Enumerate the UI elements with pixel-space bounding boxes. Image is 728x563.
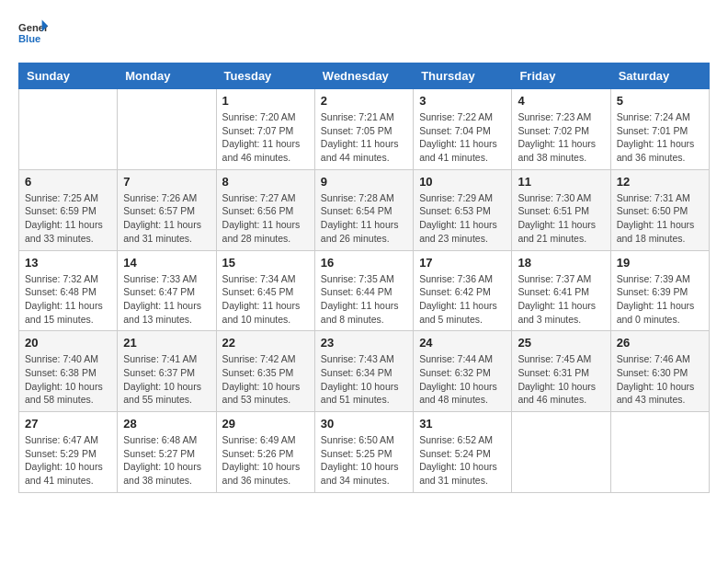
calendar-cell: 20Sunrise: 7:40 AM Sunset: 6:38 PM Dayli… [19,331,118,412]
calendar-cell [118,89,216,170]
day-number: 4 [518,94,604,108]
day-info: Sunrise: 7:30 AM Sunset: 6:51 PM Dayligh… [518,191,604,246]
calendar-cell: 4Sunrise: 7:23 AM Sunset: 7:02 PM Daylig… [512,89,610,170]
weekday-header: Saturday [610,63,709,89]
day-number: 25 [518,336,604,350]
calendar-cell: 23Sunrise: 7:43 AM Sunset: 6:34 PM Dayli… [314,331,413,412]
day-info: Sunrise: 7:41 AM Sunset: 6:37 PM Dayligh… [123,352,210,407]
day-number: 10 [419,175,506,189]
day-info: Sunrise: 7:34 AM Sunset: 6:45 PM Dayligh… [222,272,309,327]
day-number: 9 [321,175,407,189]
day-number: 8 [222,175,309,189]
logo: General Blue [18,18,48,48]
calendar-cell: 15Sunrise: 7:34 AM Sunset: 6:45 PM Dayli… [216,250,314,331]
day-info: Sunrise: 7:45 AM Sunset: 6:31 PM Dayligh… [518,352,604,407]
calendar-cell: 28Sunrise: 6:48 AM Sunset: 5:27 PM Dayli… [118,412,216,493]
day-number: 21 [123,336,210,350]
day-info: Sunrise: 6:52 AM Sunset: 5:24 PM Dayligh… [419,433,506,488]
calendar-cell: 11Sunrise: 7:30 AM Sunset: 6:51 PM Dayli… [512,169,610,250]
day-info: Sunrise: 7:25 AM Sunset: 6:59 PM Dayligh… [25,191,111,246]
logo-icon: General Blue [18,18,48,48]
day-info: Sunrise: 7:46 AM Sunset: 6:30 PM Dayligh… [617,352,703,407]
day-info: Sunrise: 7:23 AM Sunset: 7:02 PM Dayligh… [518,110,604,165]
calendar-cell: 13Sunrise: 7:32 AM Sunset: 6:48 PM Dayli… [19,250,118,331]
day-info: Sunrise: 7:42 AM Sunset: 6:35 PM Dayligh… [222,352,309,407]
calendar-cell: 3Sunrise: 7:22 AM Sunset: 7:04 PM Daylig… [414,89,512,170]
weekday-header: Wednesday [314,63,413,89]
day-info: Sunrise: 7:27 AM Sunset: 6:56 PM Dayligh… [222,191,309,246]
day-info: Sunrise: 7:31 AM Sunset: 6:50 PM Dayligh… [617,191,703,246]
calendar-cell: 12Sunrise: 7:31 AM Sunset: 6:50 PM Dayli… [610,169,709,250]
day-number: 3 [419,94,506,108]
calendar-cell: 8Sunrise: 7:27 AM Sunset: 6:56 PM Daylig… [216,169,314,250]
day-info: Sunrise: 7:35 AM Sunset: 6:44 PM Dayligh… [321,272,407,327]
day-number: 2 [321,94,407,108]
weekday-header: Monday [118,63,216,89]
calendar-cell: 6Sunrise: 7:25 AM Sunset: 6:59 PM Daylig… [19,169,118,250]
day-number: 19 [617,256,703,270]
calendar-table: SundayMondayTuesdayWednesdayThursdayFrid… [18,63,710,493]
day-number: 15 [222,256,309,270]
calendar-cell: 17Sunrise: 7:36 AM Sunset: 6:42 PM Dayli… [414,250,512,331]
day-number: 18 [518,256,604,270]
day-number: 17 [419,256,506,270]
calendar-cell: 9Sunrise: 7:28 AM Sunset: 6:54 PM Daylig… [314,169,413,250]
calendar-cell: 19Sunrise: 7:39 AM Sunset: 6:39 PM Dayli… [610,250,709,331]
day-number: 23 [321,336,407,350]
calendar-cell [610,412,709,493]
calendar-cell: 25Sunrise: 7:45 AM Sunset: 6:31 PM Dayli… [512,331,610,412]
day-number: 24 [419,336,506,350]
day-number: 28 [123,417,210,431]
calendar-cell: 5Sunrise: 7:24 AM Sunset: 7:01 PM Daylig… [610,89,709,170]
day-info: Sunrise: 7:43 AM Sunset: 6:34 PM Dayligh… [321,352,407,407]
day-number: 30 [321,417,407,431]
day-info: Sunrise: 7:20 AM Sunset: 7:07 PM Dayligh… [222,110,309,165]
day-number: 22 [222,336,309,350]
day-number: 11 [518,175,604,189]
day-info: Sunrise: 7:24 AM Sunset: 7:01 PM Dayligh… [617,110,703,165]
calendar-cell: 24Sunrise: 7:44 AM Sunset: 6:32 PM Dayli… [414,331,512,412]
calendar-cell: 27Sunrise: 6:47 AM Sunset: 5:29 PM Dayli… [19,412,118,493]
day-info: Sunrise: 7:29 AM Sunset: 6:53 PM Dayligh… [419,191,506,246]
day-info: Sunrise: 7:26 AM Sunset: 6:57 PM Dayligh… [123,191,210,246]
day-info: Sunrise: 6:50 AM Sunset: 5:25 PM Dayligh… [321,433,407,488]
day-info: Sunrise: 7:22 AM Sunset: 7:04 PM Dayligh… [419,110,506,165]
day-number: 29 [222,417,309,431]
weekday-header: Thursday [414,63,512,89]
svg-text:Blue: Blue [18,33,40,44]
calendar-cell: 14Sunrise: 7:33 AM Sunset: 6:47 PM Dayli… [118,250,216,331]
day-number: 14 [123,256,210,270]
calendar-cell: 30Sunrise: 6:50 AM Sunset: 5:25 PM Dayli… [314,412,413,493]
calendar-week-row: 27Sunrise: 6:47 AM Sunset: 5:29 PM Dayli… [19,412,710,493]
day-info: Sunrise: 7:33 AM Sunset: 6:47 PM Dayligh… [123,272,210,327]
day-info: Sunrise: 7:21 AM Sunset: 7:05 PM Dayligh… [321,110,407,165]
day-info: Sunrise: 7:36 AM Sunset: 6:42 PM Dayligh… [419,272,506,327]
calendar-cell: 21Sunrise: 7:41 AM Sunset: 6:37 PM Dayli… [118,331,216,412]
day-info: Sunrise: 7:39 AM Sunset: 6:39 PM Dayligh… [617,272,703,327]
day-info: Sunrise: 7:44 AM Sunset: 6:32 PM Dayligh… [419,352,506,407]
calendar-week-row: 13Sunrise: 7:32 AM Sunset: 6:48 PM Dayli… [19,250,710,331]
day-number: 20 [25,336,111,350]
day-number: 12 [617,175,703,189]
calendar-cell: 22Sunrise: 7:42 AM Sunset: 6:35 PM Dayli… [216,331,314,412]
page-header: General Blue [18,18,710,48]
calendar-cell: 31Sunrise: 6:52 AM Sunset: 5:24 PM Dayli… [414,412,512,493]
weekday-header-row: SundayMondayTuesdayWednesdayThursdayFrid… [19,63,710,89]
day-number: 13 [25,256,111,270]
calendar-cell: 10Sunrise: 7:29 AM Sunset: 6:53 PM Dayli… [414,169,512,250]
day-number: 7 [123,175,210,189]
calendar-cell: 2Sunrise: 7:21 AM Sunset: 7:05 PM Daylig… [314,89,413,170]
calendar-week-row: 1Sunrise: 7:20 AM Sunset: 7:07 PM Daylig… [19,89,710,170]
calendar-week-row: 20Sunrise: 7:40 AM Sunset: 6:38 PM Dayli… [19,331,710,412]
weekday-header: Friday [512,63,610,89]
calendar-cell: 29Sunrise: 6:49 AM Sunset: 5:26 PM Dayli… [216,412,314,493]
day-number: 27 [25,417,111,431]
day-info: Sunrise: 7:28 AM Sunset: 6:54 PM Dayligh… [321,191,407,246]
day-number: 16 [321,256,407,270]
weekday-header: Sunday [19,63,118,89]
day-info: Sunrise: 6:48 AM Sunset: 5:27 PM Dayligh… [123,433,210,488]
day-number: 1 [222,94,309,108]
calendar-cell [19,89,118,170]
day-info: Sunrise: 7:32 AM Sunset: 6:48 PM Dayligh… [25,272,111,327]
day-info: Sunrise: 6:47 AM Sunset: 5:29 PM Dayligh… [25,433,111,488]
